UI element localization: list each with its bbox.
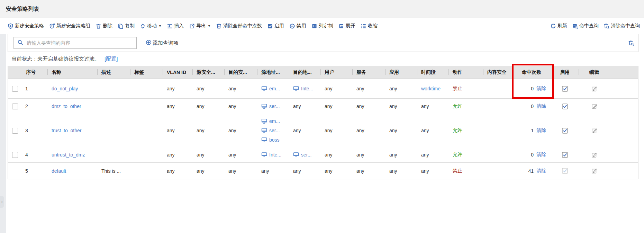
toolbar-clear-hit-query-button[interactable]: 清除命中查询 <box>604 23 640 29</box>
clear-hits-link[interactable]: 清除 <box>536 103 546 109</box>
src-addr-cell: ser... <box>257 102 289 111</box>
toolbar-export-button[interactable]: 导出▼ <box>189 23 211 29</box>
enabled-checkbox[interactable] <box>562 128 568 134</box>
clear-hits-link[interactable]: 清除 <box>536 127 546 134</box>
host-monitor-icon <box>293 152 299 158</box>
column-header-filler <box>610 66 638 79</box>
row-checkbox[interactable] <box>12 128 18 134</box>
schedule-link[interactable]: worktime <box>421 86 441 91</box>
address-entry[interactable]: ser... <box>261 126 280 135</box>
edit-icon <box>591 127 598 134</box>
row-checkbox[interactable] <box>12 152 18 158</box>
toolbar-insert-button[interactable]: 插入 <box>167 23 184 29</box>
add-query-button[interactable]: 添加查询项 <box>146 39 179 46</box>
address-link[interactable]: Inte... <box>269 152 281 158</box>
toolbar-disable-button[interactable]: 禁用 <box>289 23 306 29</box>
policy-name-cell: do_not_play <box>47 86 97 91</box>
table-row: 5defaultThis is ...anyanyanyanyanyanyany… <box>8 163 638 179</box>
toolbar-column-custom-button[interactable]: 列定制 <box>311 23 333 29</box>
enabled-checkbox-icon <box>562 168 568 174</box>
edit-button[interactable] <box>591 127 598 134</box>
toolbar-collapse-button[interactable]: 收缩 <box>361 23 378 29</box>
dst-addr-cell: any <box>289 168 320 174</box>
address-entry[interactable]: Inte... <box>293 84 313 93</box>
edit-button[interactable] <box>591 152 598 158</box>
enabled-checkbox-icon <box>562 104 568 109</box>
toolbar-expand-button[interactable]: 展开 <box>338 23 355 29</box>
row-checkbox[interactable] <box>12 104 18 109</box>
address-entry[interactable]: ser... <box>261 102 280 111</box>
table-row: 3trust_to_otheranyanyany em... ser... bo… <box>8 114 638 147</box>
toolbar-expand-label: 展开 <box>346 23 355 29</box>
enabled-checkbox[interactable] <box>562 152 568 158</box>
action-value: 允许 <box>453 127 462 134</box>
column-header-16: 命中次数 <box>512 66 551 79</box>
policy-table: 序号名称描述标签VLAN ID源安全...目的安...源地址...目的地...用… <box>8 66 638 179</box>
toolbar-enable-button[interactable]: 启用 <box>267 23 284 29</box>
service-cell: any <box>352 104 385 109</box>
address-link[interactable]: em... <box>269 118 280 124</box>
shield-group-plus-icon <box>49 23 55 29</box>
address-link[interactable]: Inte... <box>301 86 313 91</box>
hit-count-value: 41 <box>528 168 534 174</box>
enabled-cell <box>551 86 579 92</box>
plus-circle-icon <box>146 39 152 46</box>
policy-name-link[interactable]: trust_to_other <box>52 128 81 133</box>
address-link[interactable]: ser... <box>301 152 311 158</box>
column-header-7: 目的安... <box>224 66 257 79</box>
edit-button[interactable] <box>591 103 598 110</box>
address-link[interactable]: em... <box>269 86 280 91</box>
policy-name-link[interactable]: do_not_play <box>52 86 78 91</box>
src-zone-cell: any <box>192 128 224 133</box>
user-cell: any <box>320 152 352 158</box>
toolbar-refresh-button[interactable]: 刷新 <box>550 23 567 29</box>
hit-count-value: 0 <box>531 86 534 91</box>
toolbar-hit-query-button[interactable]: 命中查询 <box>572 23 599 29</box>
hit-count-value: 0 <box>531 104 534 109</box>
toolbar-new-policy-group-button[interactable]: 新建安全策略组 <box>49 23 90 29</box>
user-cell: any <box>320 168 352 174</box>
toolbar-copy-button[interactable]: 复制 <box>118 23 135 29</box>
schedule-cell: worktime <box>417 86 448 91</box>
address-entry[interactable]: ser... <box>293 150 311 160</box>
edit-button[interactable] <box>591 168 598 174</box>
edit-button[interactable] <box>591 86 598 92</box>
address-entry[interactable]: Inte... <box>261 150 281 160</box>
enabled-checkbox[interactable] <box>562 86 568 92</box>
policy-name-link[interactable]: untrust_to_dmz <box>52 152 85 158</box>
trash-icon <box>96 23 101 29</box>
dst-zone-cell: any <box>224 104 257 109</box>
toolbar-clear-all-hits-button[interactable]: 00清除全部命中次数 <box>216 23 262 29</box>
caret-down-icon: ▼ <box>158 24 162 28</box>
enabled-checkbox[interactable] <box>562 104 568 109</box>
policy-name-link[interactable]: dmz_to_other <box>52 104 81 109</box>
search-box[interactable] <box>13 37 137 49</box>
config-link[interactable]: [配置] <box>105 56 118 62</box>
row-checkbox[interactable] <box>12 86 18 92</box>
clear-hits-link[interactable]: 清除 <box>536 168 546 174</box>
search-input[interactable] <box>26 40 136 46</box>
policy-name-link[interactable]: default <box>52 168 66 174</box>
src-addr-cell: em... ser... boss <box>257 117 289 145</box>
clear-hits-link[interactable]: 清除 <box>536 152 546 158</box>
clear-hit-query-icon[interactable] <box>628 40 634 46</box>
collapse-panel-handle[interactable]: ‹ <box>0 196 4 208</box>
toolbar-delete-button[interactable]: 删除 <box>96 23 112 29</box>
toolbar-new-policy-button[interactable]: 新建安全策略 <box>8 23 44 29</box>
toolbar-insert-label: 插入 <box>174 23 184 29</box>
clear-hits-link[interactable]: 清除 <box>536 86 546 92</box>
address-entry[interactable]: em... <box>261 84 280 93</box>
toolbar-move-button[interactable]: 移动▼ <box>140 23 162 29</box>
app-cell: any <box>385 104 417 109</box>
collapse-icon <box>361 23 366 29</box>
toolbar-refresh-label: 刷新 <box>557 23 567 29</box>
src-zone-cell: any <box>192 86 224 91</box>
address-link[interactable]: ser... <box>269 104 280 109</box>
host-monitor-icon <box>261 128 267 133</box>
address-link[interactable]: boss <box>269 137 280 143</box>
address-link[interactable]: ser... <box>269 128 280 133</box>
enabled-cell <box>551 168 579 174</box>
address-entry[interactable]: em... <box>261 117 280 126</box>
user-cell: any <box>320 128 352 133</box>
address-entry[interactable]: boss <box>261 135 280 145</box>
